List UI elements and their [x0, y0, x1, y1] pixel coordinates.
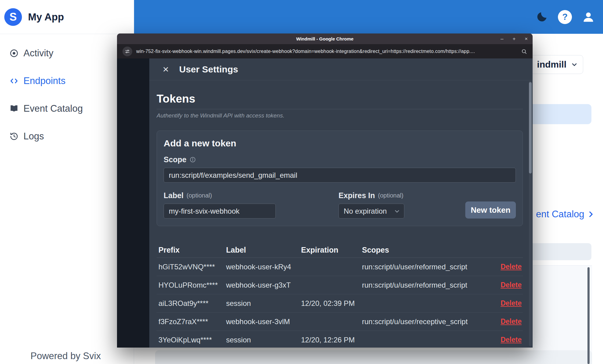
- settings-title: User Settings: [179, 64, 238, 75]
- close-icon[interactable]: ×: [158, 62, 173, 77]
- table-header-row: Prefix Label Expiration Scopes: [157, 243, 523, 258]
- table-row: 3YeOiKpLwq**** session 12/20, 12:26 PM D…: [157, 331, 523, 348]
- new-token-button[interactable]: New token: [465, 201, 516, 219]
- settings-header: × User Settings: [149, 58, 533, 80]
- delete-token-link[interactable]: Delete: [501, 281, 523, 289]
- sidebar-item-endpoints[interactable]: Endpoints: [0, 67, 134, 95]
- chevron-down-icon: [394, 208, 400, 215]
- chevron-right-icon: [587, 210, 595, 218]
- token-label: webhook-user-g3xT: [224, 281, 299, 289]
- table-row: f3FzoZ7raX**** webhook-user-3vlM run:scr…: [157, 313, 523, 331]
- event-catalog-link-label: ent Catalog: [536, 209, 584, 220]
- activity-icon: [9, 49, 19, 58]
- delete-token-link[interactable]: Delete: [501, 317, 523, 326]
- event-catalog-link[interactable]: ent Catalog: [536, 209, 595, 220]
- topbar-icon-group: ?: [535, 0, 603, 34]
- token-expiration: 12/20, 02:39 PM: [299, 299, 360, 308]
- add-token-card: Add a new token Scope Label (optional): [157, 131, 523, 226]
- scope-label: Scope: [164, 155, 516, 164]
- token-scopes: run:script/u/user/reformed_script: [360, 281, 492, 289]
- window-title: Windmill - Google Chrome: [117, 33, 533, 44]
- user-icon[interactable]: [582, 10, 595, 24]
- scope-label-text: Scope: [164, 155, 186, 164]
- header-scopes: Scopes: [360, 246, 492, 254]
- window-controls: – + ×: [501, 33, 528, 44]
- table-row: aiL3ROat9y**** session 12/20, 02:39 PM D…: [157, 294, 523, 313]
- browser-urlbar: win-752-fix-svix-webhook-win.windmill.pa…: [117, 44, 533, 58]
- settings-body: Tokens Authentify to the Windmill API wi…: [149, 80, 528, 348]
- expires-optional-hint: (optional): [378, 192, 403, 199]
- history-icon: [9, 132, 19, 141]
- table-row: hGiT52wVNQ**** webhook-user-kRy4 run:scr…: [157, 258, 523, 276]
- table-row: HYOLuPRomc**** webhook-user-g3xT run:scr…: [157, 276, 523, 294]
- maximize-icon[interactable]: +: [513, 36, 516, 41]
- dark-mode-moon-icon[interactable]: [535, 11, 548, 23]
- expires-label: Expires In (optional): [339, 191, 404, 200]
- tokens-heading: Tokens: [157, 93, 523, 109]
- sidebar-item-label: Endpoints: [23, 75, 66, 86]
- token-label: webhook-user-3vlM: [224, 317, 299, 326]
- windmill-backdrop: [117, 58, 149, 348]
- info-icon[interactable]: [190, 156, 196, 163]
- minimize-icon[interactable]: –: [501, 36, 503, 41]
- tokens-table: Prefix Label Expiration Scopes hGiT52wVN…: [157, 243, 523, 348]
- header-label: Label: [224, 246, 299, 254]
- label-label: Label (optional): [164, 191, 276, 200]
- sidebar-item-event-catalog[interactable]: Event Catalog: [0, 95, 134, 122]
- token-options-row: Label (optional) Expires In (optional): [164, 191, 516, 219]
- sidebar: S My App Activity Endpoints Event Catalo…: [0, 0, 134, 364]
- token-scopes: run:script/u/user/receptive_script: [360, 317, 492, 326]
- catalog-book-icon: [9, 104, 19, 113]
- tokens-subtitle: Authentify to the Windmill API with acce…: [157, 112, 523, 119]
- expires-select-value: No expiration: [344, 207, 387, 215]
- settings-scrollbar[interactable]: [529, 81, 532, 346]
- sidebar-item-label: Activity: [23, 48, 53, 59]
- window-titlebar[interactable]: Windmill - Google Chrome – + ×: [117, 33, 533, 44]
- label-group: Label (optional): [164, 191, 276, 219]
- token-expiration: 12/20, 12:26 PM: [299, 336, 360, 344]
- delete-token-link[interactable]: Delete: [501, 263, 523, 271]
- label-label-text: Label: [164, 191, 183, 200]
- app-title: My App: [28, 11, 64, 23]
- sidebar-item-logs[interactable]: Logs: [0, 122, 134, 150]
- sidebar-item-label: Logs: [23, 131, 44, 142]
- header-expiration: Expiration: [299, 246, 360, 254]
- token-prefix: 3YeOiKpLwq****: [157, 336, 224, 344]
- token-label: session: [224, 299, 299, 308]
- expires-select[interactable]: No expiration: [339, 204, 404, 219]
- page-scrollbar[interactable]: [587, 267, 590, 364]
- scrollbar-thumb[interactable]: [529, 82, 532, 173]
- scope-input[interactable]: [164, 168, 516, 183]
- header-prefix: Prefix: [157, 246, 224, 254]
- token-prefix: aiL3ROat9y****: [157, 299, 224, 308]
- token-prefix: hGiT52wVNQ****: [157, 263, 224, 271]
- delete-token-link[interactable]: Delete: [501, 336, 523, 344]
- code-brackets-icon: [9, 76, 19, 86]
- zoom-icon[interactable]: [521, 48, 527, 54]
- chevron-down-icon: [571, 61, 578, 68]
- editor-panel: [533, 265, 592, 364]
- chrome-window: Windmill - Google Chrome – + × win-752-f…: [117, 33, 533, 348]
- label-optional-hint: (optional): [186, 192, 212, 199]
- close-window-icon[interactable]: ×: [525, 36, 528, 41]
- token-scopes: run:script/u/user/reformed_script: [360, 263, 492, 271]
- label-input[interactable]: [164, 204, 276, 219]
- environment-dropdown-value: indmill: [537, 59, 566, 70]
- url-input[interactable]: win-752-fix-svix-webhook-win.windmill.pa…: [136, 49, 517, 54]
- delete-token-link[interactable]: Delete: [501, 299, 523, 307]
- help-glyph: ?: [562, 12, 568, 22]
- browser-viewport: × User Settings Tokens Authentify to the…: [117, 58, 533, 348]
- help-icon[interactable]: ?: [558, 10, 572, 24]
- sidebar-item-activity[interactable]: Activity: [0, 39, 134, 67]
- sidebar-item-label: Event Catalog: [23, 103, 83, 114]
- token-label: session: [224, 336, 299, 344]
- add-token-title: Add a new token: [164, 138, 516, 149]
- expires-label-text: Expires In: [339, 191, 375, 200]
- powered-by-svix: Powered by Svix: [30, 351, 101, 362]
- sidebar-nav: Activity Endpoints Event Catalog Logs: [0, 34, 134, 150]
- desktop: ? indmill ent Catalog S My App Activity …: [0, 0, 603, 364]
- bottom-panel: [155, 350, 592, 364]
- token-prefix: f3FzoZ7raX****: [157, 317, 224, 326]
- site-settings-icon[interactable]: [122, 47, 132, 56]
- token-prefix: HYOLuPRomc****: [157, 281, 224, 289]
